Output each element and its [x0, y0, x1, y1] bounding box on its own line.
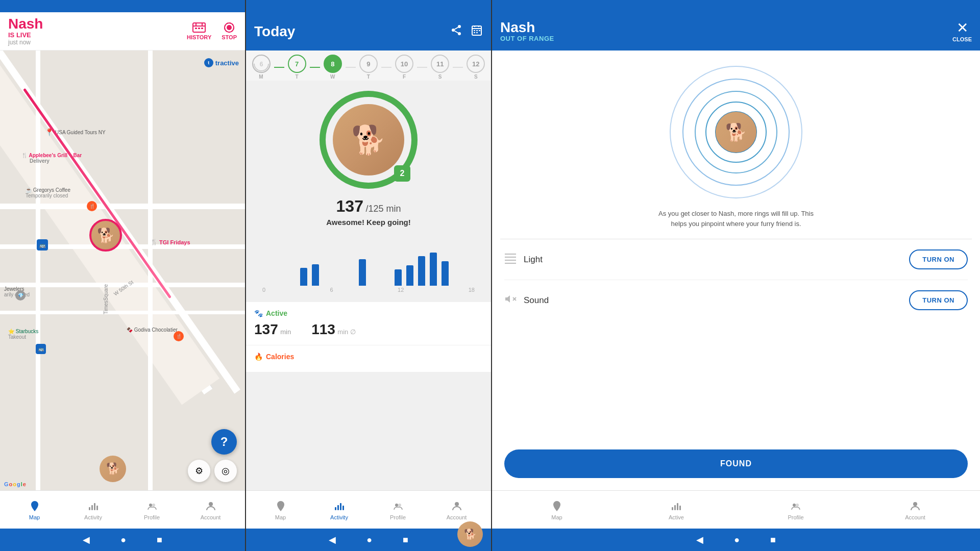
bar-4	[312, 264, 319, 286]
activity-content: 🐕 2 137 /125 min Awesome! Keep going!	[246, 81, 491, 490]
compass-button[interactable]: ◎	[214, 460, 237, 482]
street-v1	[36, 51, 40, 490]
day-monday[interactable]: 6 M	[252, 55, 271, 80]
goal-minutes: /125 min	[365, 204, 401, 214]
activity-stats: 137 /125 min Awesome! Keep going!	[326, 197, 411, 227]
status-bar-3	[492, 0, 980, 12]
settings-button[interactable]: ⚙	[188, 460, 210, 482]
day-saturday[interactable]: 11 S	[431, 55, 449, 80]
android-bar-2: ◀ ● ■	[246, 529, 491, 551]
back-btn-1[interactable]: ◀	[83, 534, 90, 545]
week-connector-5	[417, 67, 427, 68]
day-circle-thu: 9	[359, 55, 378, 73]
close-button[interactable]: ✕ CLOSE	[952, 21, 972, 42]
found-button[interactable]: FOUND	[504, 449, 968, 478]
back-btn-3[interactable]: ◀	[696, 534, 703, 545]
nav-profile-1[interactable]: Profile	[137, 499, 167, 520]
nav-account-1[interactable]: Account	[195, 499, 226, 520]
map-icon-3	[550, 499, 564, 513]
activity-header: Today	[246, 12, 491, 51]
profile-icon-3	[789, 499, 802, 513]
nav-activity-1[interactable]: Activity	[78, 499, 109, 520]
panel-radar: Nash OUT OF RANGE ✕ CLOSE 🐕 As you get c…	[492, 0, 980, 551]
radar-section: 🐕 As you get closer to Nash, more rings …	[492, 51, 980, 239]
bottom-pet-avatar: 🐕	[100, 456, 126, 482]
svg-rect-30	[474, 32, 475, 33]
map-area[interactable]: t tractive 📍 USA Guided Tours NY 🍴 Apple…	[0, 51, 245, 490]
nav-profile-3[interactable]: Profile	[780, 499, 811, 520]
poi-starbucks: ⭐ Starbucks Takeout	[8, 329, 38, 340]
week-connector-4	[381, 67, 391, 68]
activity-bottom-nav: Map Activity Profile	[246, 490, 491, 529]
profile-icon-2	[391, 499, 405, 513]
sound-turn-on-button[interactable]: TURN ON	[909, 290, 968, 310]
status-bar-2	[246, 0, 491, 12]
home-btn-3[interactable]: ●	[734, 535, 740, 545]
activity-badge: 2	[394, 165, 410, 182]
recents-btn-3[interactable]: ■	[770, 535, 776, 545]
map-icon-store: 💎	[15, 290, 26, 300]
day-friday[interactable]: 10 F	[395, 55, 413, 80]
svg-rect-28	[476, 30, 478, 31]
activity-title: Today	[254, 23, 295, 40]
map-icon-transit2: 🚌	[36, 344, 46, 354]
panel-map: Nash IS LIVE just now HISTORY	[0, 0, 245, 551]
bar-chart-container: 0 6 12 18	[254, 231, 483, 294]
svg-rect-11	[89, 507, 90, 510]
activity-icon-2	[333, 499, 346, 513]
day-tuesday[interactable]: 7 T	[288, 55, 306, 80]
history-button[interactable]: HISTORY	[187, 22, 211, 40]
nav-map-2[interactable]: Map	[265, 499, 296, 520]
svg-point-16	[152, 504, 155, 507]
svg-point-19	[452, 29, 455, 32]
svg-point-8	[227, 25, 232, 30]
day-circle-sat: 11	[431, 55, 449, 73]
light-turn-on-button[interactable]: TURN ON	[909, 249, 968, 269]
svg-point-57	[796, 504, 799, 507]
active-row: 137 min 113 min ∅	[254, 321, 483, 338]
recents-btn-1[interactable]: ■	[157, 535, 162, 545]
recents-btn-2[interactable]: ■	[403, 535, 408, 545]
calendar-button[interactable]	[471, 24, 483, 39]
radar-pet-info: Nash OUT OF RANGE	[500, 20, 554, 42]
nav-profile-2[interactable]: Profile	[383, 499, 413, 520]
stop-icon	[222, 22, 236, 33]
nav-account-2[interactable]: Account	[442, 499, 472, 520]
calories-section: 🔥 Calories 🐕	[246, 345, 491, 372]
day-thursday[interactable]: 9 T	[359, 55, 378, 80]
light-control-row: Light TURN ON	[504, 249, 968, 269]
panel-activity: Today	[246, 0, 491, 551]
bar-3	[300, 268, 307, 286]
day-circle-fri: 10	[395, 55, 413, 73]
nav-account-3[interactable]: Account	[900, 499, 930, 520]
nav-map-3[interactable]: Map	[542, 499, 572, 520]
stop-button[interactable]: STOP	[222, 22, 237, 40]
radar-pet-avatar: 🐕	[716, 112, 756, 153]
day-wednesday[interactable]: 8 W	[324, 55, 342, 80]
active-main: 137 min	[254, 321, 291, 338]
street-label-times: TimesSquare	[103, 284, 109, 314]
svg-rect-52	[672, 507, 673, 510]
svg-point-43	[455, 502, 459, 506]
svg-line-22	[455, 27, 458, 29]
map-header: Nash IS LIVE just now HISTORY	[0, 12, 245, 51]
svg-rect-27	[474, 30, 475, 31]
bar-13	[418, 256, 425, 286]
nav-activity-2[interactable]: Activity	[324, 499, 355, 520]
svg-rect-12	[91, 505, 93, 510]
help-button[interactable]: ?	[211, 429, 237, 455]
home-btn-1[interactable]: ●	[120, 535, 126, 545]
nav-map-1[interactable]: Map	[19, 499, 50, 520]
nav-activity-3[interactable]: Active	[661, 499, 692, 520]
live-status: IS LIVE	[8, 31, 43, 39]
share-button[interactable]	[450, 24, 462, 39]
back-btn-2[interactable]: ◀	[329, 534, 336, 545]
home-btn-2[interactable]: ●	[366, 535, 372, 545]
svg-rect-29	[479, 30, 480, 31]
svg-rect-55	[679, 506, 681, 510]
light-left: Light	[504, 252, 543, 267]
day-sunday[interactable]: 12 S	[467, 55, 485, 80]
svg-line-21	[455, 31, 458, 33]
active-section: 🐾 Active 137 min 113 min ∅	[246, 302, 491, 345]
history-icon	[192, 22, 206, 33]
